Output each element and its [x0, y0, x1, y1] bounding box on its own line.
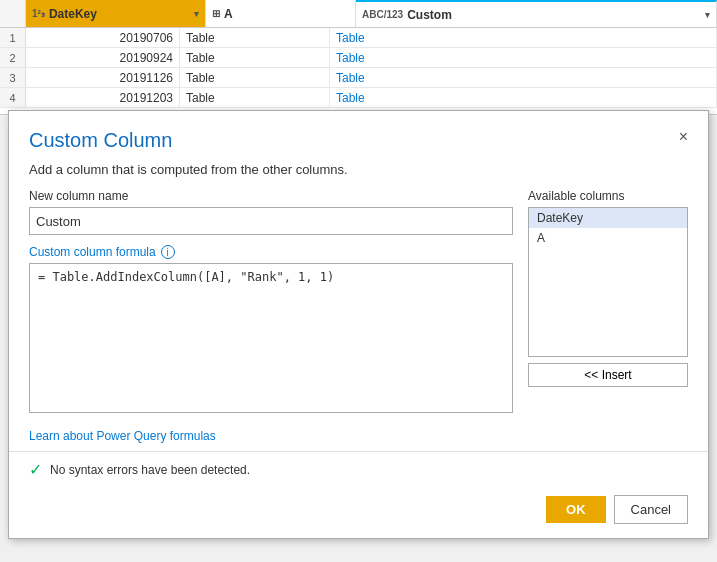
dialog-subtitle: Add a column that is computed from the o…: [9, 162, 708, 189]
status-text: No syntax errors have been detected.: [50, 463, 250, 477]
a-type-icon: ⊞: [212, 8, 220, 19]
table-row: 4 20191203 Table Table: [0, 88, 717, 108]
cell-datekey-2: 20190924: [26, 48, 180, 67]
cell-a-1: Table: [180, 28, 330, 47]
table-row: 1 20190706 Table Table: [0, 28, 717, 48]
datekey-type-icon: 1²₃: [32, 8, 45, 19]
formula-label-row: Custom column formula i: [29, 245, 513, 259]
row-num-header-spacer: [0, 0, 26, 27]
col-header-a-label: A: [224, 7, 233, 21]
dialog-footer: OK Cancel: [9, 487, 708, 538]
status-check-icon: ✓: [29, 460, 42, 479]
dialog-body: New column name Custom column formula i …: [9, 189, 708, 423]
status-bar: ✓ No syntax errors have been detected.: [9, 451, 708, 487]
row-num-3: 3: [0, 68, 26, 87]
spreadsheet: 1²₃ DateKey ▾ ⊞ A ABC/123 Custom ▾ 1 201…: [0, 0, 717, 115]
custom-column-dialog: Custom Column × Add a column that is com…: [8, 110, 709, 539]
col-header-datekey-label: DateKey: [49, 7, 97, 21]
cell-a-2: Table: [180, 48, 330, 67]
cell-custom-2: Table: [330, 48, 717, 67]
table-row: 3 20191126 Table Table: [0, 68, 717, 88]
custom-type-icon: ABC/123: [362, 9, 403, 20]
cell-datekey-4: 20191203: [26, 88, 180, 107]
row-num-2: 2: [0, 48, 26, 67]
formula-label: Custom column formula: [29, 245, 156, 259]
left-panel: New column name Custom column formula i: [29, 189, 513, 413]
cell-custom-1: Table: [330, 28, 717, 47]
cancel-button[interactable]: Cancel: [614, 495, 688, 524]
cell-a-4: Table: [180, 88, 330, 107]
col-header-custom[interactable]: ABC/123 Custom ▾: [356, 0, 717, 27]
cell-datekey-1: 20190706: [26, 28, 180, 47]
column-name-input[interactable]: [29, 207, 513, 235]
row-num-4: 4: [0, 88, 26, 107]
insert-button[interactable]: << Insert: [528, 363, 688, 387]
cell-custom-3: Table: [330, 68, 717, 87]
cell-datekey-3: 20191126: [26, 68, 180, 87]
spreadsheet-body: 1 20190706 Table Table 2 20190924 Table …: [0, 28, 717, 108]
formula-editor[interactable]: [29, 263, 513, 413]
available-column-a[interactable]: A: [529, 228, 687, 248]
spreadsheet-header: 1²₃ DateKey ▾ ⊞ A ABC/123 Custom ▾: [0, 0, 717, 28]
dialog-header: Custom Column ×: [9, 111, 708, 162]
right-panel: Available columns DateKey A << Insert: [528, 189, 688, 413]
ok-button[interactable]: OK: [546, 496, 606, 523]
column-name-label: New column name: [29, 189, 513, 203]
available-columns-list: DateKey A: [528, 207, 688, 357]
col-header-datekey[interactable]: 1²₃ DateKey ▾: [26, 0, 206, 27]
table-row: 2 20190924 Table Table: [0, 48, 717, 68]
close-button[interactable]: ×: [679, 129, 688, 145]
col-header-a[interactable]: ⊞ A: [206, 0, 356, 27]
available-columns-label: Available columns: [528, 189, 688, 203]
cell-custom-4: Table: [330, 88, 717, 107]
info-icon[interactable]: i: [161, 245, 175, 259]
row-num-1: 1: [0, 28, 26, 47]
learn-link[interactable]: Learn about Power Query formulas: [9, 423, 236, 447]
col-header-custom-label: Custom: [407, 8, 452, 22]
dialog-title: Custom Column: [29, 129, 172, 152]
custom-dropdown-icon[interactable]: ▾: [705, 10, 710, 20]
available-column-datekey[interactable]: DateKey: [529, 208, 687, 228]
datekey-dropdown-icon[interactable]: ▾: [194, 9, 199, 19]
cell-a-3: Table: [180, 68, 330, 87]
